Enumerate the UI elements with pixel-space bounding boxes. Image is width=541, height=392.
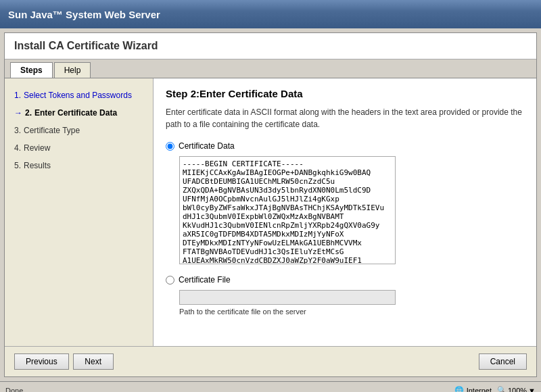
step-description: Enter certificate data in ASCII format a… <box>166 106 524 130</box>
status-bar: Done 🌐 Internet 🔍 100% ▼ <box>0 381 541 392</box>
next-button[interactable]: Next <box>73 353 114 370</box>
step-number-1: 1. <box>14 91 21 100</box>
zoom-control[interactable]: 🔍 100% ▼ <box>497 386 536 392</box>
cert-data-section: Certificate Data <box>166 141 524 264</box>
cert-file-label: Certificate File <box>179 275 231 285</box>
sidebar-item-review: 4. Review <box>11 139 146 157</box>
app-title: Sun Java™ System Web Server <box>8 9 160 20</box>
step-label-5: Results <box>24 161 51 170</box>
cert-data-textarea[interactable] <box>179 156 396 264</box>
sidebar: 1. Select Tokens and Passwords 2. Enter … <box>5 78 154 346</box>
tab-help[interactable]: Help <box>54 62 91 78</box>
content-row: 1. Select Tokens and Passwords 2. Enter … <box>5 78 536 346</box>
main-panel: Step 2:Enter Certificate Data Enter cert… <box>154 78 536 346</box>
internet-zone: 🌐 Internet <box>454 386 492 392</box>
cert-file-radio[interactable] <box>166 276 174 285</box>
step-number-2: 2. <box>25 108 32 118</box>
tab-bar: Steps Help <box>5 59 536 78</box>
nav-buttons: Previous Next <box>14 353 114 370</box>
zoom-dropdown-icon[interactable]: ▼ <box>528 387 536 393</box>
step-number-5: 5. <box>14 161 21 170</box>
main-container: Install CA Certificate Wizard Steps Help… <box>4 32 537 377</box>
cancel-button[interactable]: Cancel <box>479 353 527 370</box>
globe-icon: 🌐 <box>454 386 464 392</box>
step-label-2: Enter Certificate Data <box>34 108 117 118</box>
sidebar-item-select-tokens[interactable]: 1. Select Tokens and Passwords <box>11 87 146 104</box>
cert-file-hint: Path to the certificate file on the serv… <box>179 308 524 316</box>
zone-label: Internet <box>467 387 492 393</box>
cert-file-radio-option: Certificate File <box>166 275 524 285</box>
sidebar-item-results: 5. Results <box>11 157 146 174</box>
previous-button[interactable]: Previous <box>14 353 69 370</box>
zoom-level: 100% <box>508 387 527 393</box>
sidebar-item-cert-type: 3. Certificate Type <box>11 122 146 139</box>
status-text: Done <box>5 387 23 393</box>
step-title: Step 2:Enter Certificate Data <box>166 88 524 99</box>
step-number-4: 4. <box>14 143 21 153</box>
cert-file-section: Certificate File Path to the certificate… <box>166 275 524 316</box>
cert-data-radio-option: Certificate Data <box>166 141 524 151</box>
button-bar: Previous Next Cancel <box>5 346 536 376</box>
zoom-icon: 🔍 <box>497 386 507 392</box>
step-link-1[interactable]: Select Tokens and Passwords <box>24 91 132 100</box>
step-label-4: Review <box>24 143 50 153</box>
tab-steps[interactable]: Steps <box>10 62 53 78</box>
sidebar-item-enter-cert: 2. Enter Certificate Data <box>11 104 146 122</box>
wizard-header: Install CA Certificate Wizard <box>5 33 536 59</box>
step-label-3: Certificate Type <box>24 126 80 135</box>
cert-data-label: Certificate Data <box>179 141 235 151</box>
cert-data-radio[interactable] <box>166 142 174 151</box>
step-number-3: 3. <box>14 126 21 135</box>
title-bar: Sun Java™ System Web Server <box>0 0 541 28</box>
wizard-title: Install CA Certificate Wizard <box>14 40 158 51</box>
cert-file-input[interactable] <box>179 290 396 305</box>
status-right: 🌐 Internet 🔍 100% ▼ <box>454 386 536 392</box>
